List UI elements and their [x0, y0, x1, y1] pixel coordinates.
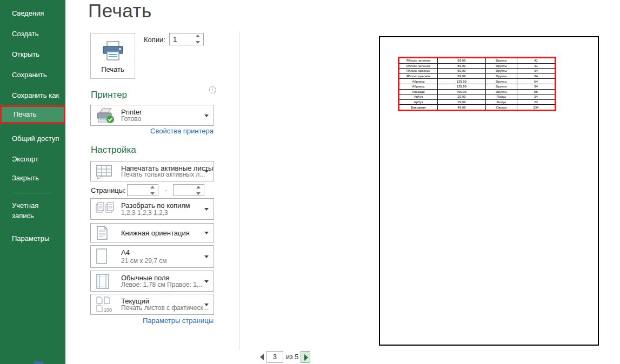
- table-cell: 234: [517, 105, 555, 110]
- sidebar-separator: [12, 193, 53, 193]
- margins-dropdown[interactable]: Обычные поля Левое: 1,78 см Правое: 1,..…: [90, 271, 214, 292]
- table-cell: Фрукты: [486, 90, 517, 95]
- paper-size-icon: [95, 248, 108, 265]
- table-cell: Фрукты: [486, 69, 517, 73]
- copies-input[interactable]: [170, 33, 194, 45]
- print-button-label: Печать: [91, 65, 135, 73]
- chevron-down-icon: [204, 304, 209, 306]
- portrait-orientation-icon: [95, 225, 109, 240]
- next-page-button[interactable]: [301, 351, 310, 363]
- sidebar-item-save-as[interactable]: Сохранить как: [0, 89, 65, 102]
- page-setup-link[interactable]: Параметры страницы: [143, 316, 214, 325]
- table-cell: Фрукты: [486, 79, 517, 84]
- copies-stepper: [169, 33, 204, 45]
- table-row: Яблоко зеленое59,99Фрукты41: [399, 58, 555, 64]
- table-cell: 139,99: [438, 79, 486, 84]
- printer-icon: [101, 41, 125, 62]
- table-cell: Яблоко зеленое: [399, 64, 438, 69]
- table-cell: Фрукты: [486, 84, 517, 89]
- dropdown-title: A4: [121, 248, 130, 257]
- table-cell: Авокадо: [399, 90, 438, 95]
- print-what-dropdown[interactable]: Напечатать активные листы Печать только …: [90, 161, 214, 181]
- dropdown-subtitle: Левое: 1,78 см Правое: 1,...: [121, 281, 204, 288]
- dropdown-subtitle: 21 см x 29,7 см: [121, 257, 167, 265]
- sidebar-item-new[interactable]: Создать: [0, 28, 65, 41]
- current-page-input[interactable]: [266, 351, 283, 363]
- table-cell: 64: [517, 79, 555, 84]
- settings-section-heading: Настройка: [91, 145, 136, 156]
- table-row: Яблоко красное69,99Фрукты34: [399, 69, 555, 74]
- spin-up-icon[interactable]: [196, 186, 201, 188]
- copies-label: Копии:: [144, 36, 165, 44]
- sidebar-item-account[interactable]: Учетная запись: [0, 200, 54, 221]
- table-cell: 34: [517, 95, 555, 99]
- info-icon[interactable]: i: [209, 86, 216, 93]
- table-cell: 499,99: [438, 90, 486, 95]
- spin-down-icon[interactable]: [196, 192, 201, 195]
- table-cell: 59,99: [438, 58, 486, 63]
- page-title: Печать: [88, 0, 152, 22]
- print-preview-page: Яблоко зеленое59,99Фрукты41Яблоко зелено…: [379, 36, 599, 346]
- table-row: Авокадо499,99Фрукты56: [399, 90, 555, 95]
- active-sheets-icon: [95, 164, 114, 179]
- printer-properties-link[interactable]: Свойства принтера: [150, 127, 214, 135]
- sidebar-item-share[interactable]: Общий доступ: [0, 132, 65, 145]
- table-cell: 34: [517, 84, 555, 89]
- taskbar-icon-fragment: [34, 361, 43, 364]
- print-button[interactable]: Печать: [90, 33, 135, 79]
- copies-spin-buttons[interactable]: [194, 33, 202, 45]
- chevron-down-icon: [204, 255, 209, 258]
- table-cell: 139,99: [438, 84, 486, 89]
- scaling-icon: 100: [95, 296, 112, 313]
- page-count-label: из 5: [286, 353, 298, 361]
- table-cell: Фрукты: [486, 64, 517, 69]
- spin-down-icon[interactable]: [196, 41, 200, 44]
- table-cell: Овощи: [486, 105, 517, 110]
- table-row: Арбуз29,99Ягоды23: [399, 100, 555, 105]
- printer-device-icon: [95, 107, 116, 124]
- print-settings-panel: Печать Печать Копии: Принтер i: [65, 0, 239, 364]
- pages-from-spin-buttons[interactable]: [148, 185, 157, 196]
- table-cell: Фрукты: [486, 74, 517, 79]
- table-cell: Яблоко зеленое: [399, 58, 438, 63]
- sidebar-item-close[interactable]: Закрыть: [0, 172, 65, 185]
- margins-icon: [95, 273, 110, 289]
- table-cell: 34: [517, 69, 555, 73]
- spin-up-icon[interactable]: [150, 186, 155, 188]
- pages-to-input[interactable]: [174, 185, 194, 196]
- sidebar-item-save[interactable]: Сохранить: [0, 69, 65, 82]
- orientation-dropdown[interactable]: Книжная ориентация: [90, 223, 214, 242]
- spin-down-icon[interactable]: [150, 192, 155, 195]
- sidebar-item-options[interactable]: Параметры: [0, 232, 65, 245]
- pages-to-spin-buttons[interactable]: [194, 185, 203, 196]
- table-cell: Ягоды: [486, 100, 517, 105]
- dropdown-subtitle: Печать листов с фактическ...: [121, 304, 209, 312]
- sidebar-item-info[interactable]: Сведения: [0, 7, 65, 20]
- paper-size-dropdown[interactable]: A4 21 см x 29,7 см: [90, 245, 214, 268]
- table-cell: 69,99: [438, 69, 486, 73]
- sidebar-item-export[interactable]: Экспорт: [0, 153, 65, 166]
- table-cell: Яблоко красное: [399, 69, 438, 73]
- table-cell: 59,99: [438, 64, 486, 69]
- printer-section-heading: Принтер: [91, 90, 127, 100]
- previous-page-icon[interactable]: [260, 354, 264, 360]
- pages-label: Страницы:: [91, 186, 126, 194]
- table-cell: 41: [517, 58, 555, 63]
- pages-from-stepper: [127, 184, 158, 196]
- printer-selector[interactable]: Printer Готово: [90, 105, 214, 126]
- table-cell: 23: [517, 100, 555, 105]
- panel-divider: [239, 31, 240, 350]
- pages-from-input[interactable]: [128, 185, 148, 196]
- table-cell: Арбуз: [399, 100, 438, 105]
- table-cell: 56: [517, 90, 555, 95]
- scaling-dropdown[interactable]: 100 Текущий Печать листов с фактическ...: [90, 294, 214, 315]
- collation-dropdown[interactable]: Разобрать по копиям 1,2,3 1,2,3 1,2,3: [90, 198, 214, 220]
- table-cell: 34: [517, 74, 555, 79]
- sidebar-item-open[interactable]: Открыть: [0, 48, 65, 61]
- table-row: Баклажан49,99Овощи234: [399, 105, 555, 110]
- chevron-down-icon: [204, 170, 209, 173]
- sidebar-item-print[interactable]: Печать: [0, 105, 65, 124]
- spin-up-icon[interactable]: [196, 35, 200, 37]
- table-row: Арбуз29,99Ягоды34: [399, 95, 555, 100]
- table-row: Яблоко зеленое59,99Фрукты41: [399, 64, 555, 69]
